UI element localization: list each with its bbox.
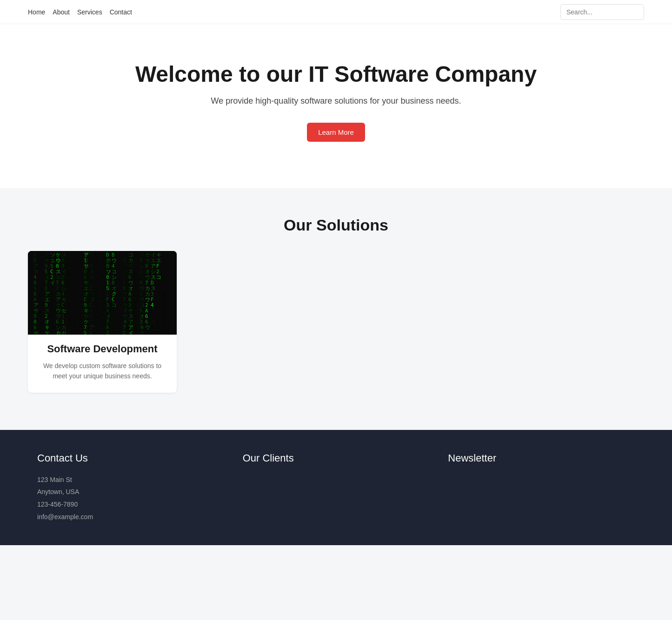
footer-contact-heading: Contact Us bbox=[37, 452, 224, 464]
footer-address-line2: Anytown, USA bbox=[37, 488, 79, 495]
footer: Contact Us 123 Main St Anytown, USA 123-… bbox=[0, 430, 672, 545]
nav-about[interactable]: About bbox=[53, 8, 70, 16]
nav-services[interactable]: Services bbox=[77, 8, 102, 16]
nav-links: Home About Services Contact bbox=[28, 8, 132, 16]
navbar: Home About Services Contact bbox=[0, 0, 672, 24]
footer-newsletter-heading: Newsletter bbox=[448, 452, 635, 464]
nav-contact[interactable]: Contact bbox=[110, 8, 132, 16]
solutions-heading: Our Solutions bbox=[28, 216, 644, 234]
footer-address-line1: 123 Main St bbox=[37, 476, 72, 483]
solution-card-description: We develop custom software solutions to … bbox=[28, 361, 177, 382]
footer-contact: Contact Us 123 Main St Anytown, USA 123-… bbox=[37, 452, 224, 523]
learn-more-button[interactable]: Learn More bbox=[307, 123, 365, 142]
hero-section: Welcome to our IT Software Company We pr… bbox=[0, 24, 672, 188]
footer-contact-address: 123 Main St Anytown, USA 123-456-7890 in… bbox=[37, 474, 224, 523]
footer-phone: 123-456-7890 bbox=[37, 501, 78, 508]
footer-email: info@example.com bbox=[37, 513, 93, 521]
nav-home[interactable]: Home bbox=[28, 8, 45, 16]
footer-clients-heading: Our Clients bbox=[243, 452, 430, 464]
hero-title: Welcome to our IT Software Company bbox=[19, 61, 653, 87]
solutions-section: Our Solutions Software Development We de… bbox=[0, 188, 672, 430]
footer-clients: Our Clients bbox=[243, 452, 430, 523]
footer-newsletter: Newsletter bbox=[448, 452, 635, 523]
search-input[interactable] bbox=[560, 4, 644, 20]
solution-card-image bbox=[28, 251, 177, 335]
solution-card-title: Software Development bbox=[35, 343, 169, 355]
solution-card-software: Software Development We develop custom s… bbox=[28, 251, 177, 393]
solutions-grid: Software Development We develop custom s… bbox=[28, 251, 644, 393]
hero-subtitle: We provide high-quality software solutio… bbox=[19, 96, 653, 106]
